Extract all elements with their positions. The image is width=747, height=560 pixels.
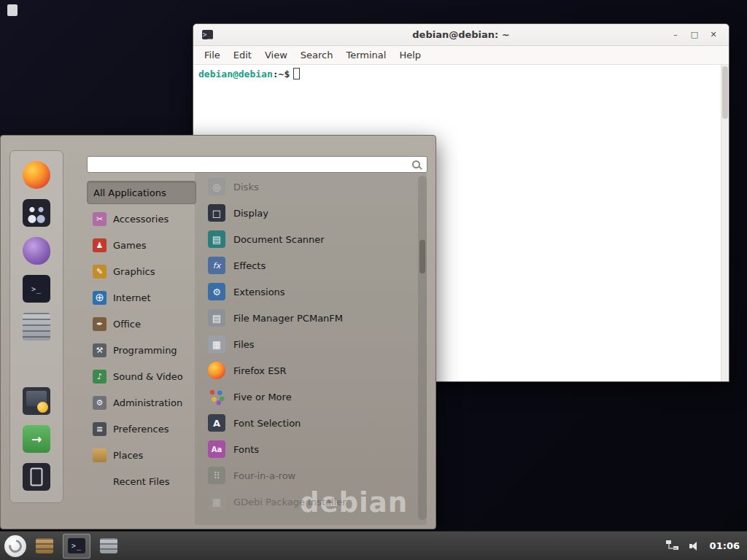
document-scanner-icon xyxy=(208,230,225,248)
menu-edit[interactable]: Edit xyxy=(227,46,258,65)
category-label: All Applications xyxy=(93,187,166,198)
close-button[interactable]: ✕ xyxy=(704,28,723,42)
terminal-taskbar-icon xyxy=(68,538,85,553)
taskbar-files-button[interactable] xyxy=(95,534,123,559)
applications-scrollbar[interactable] xyxy=(418,176,427,520)
graphics-icon xyxy=(93,265,107,279)
logout-icon[interactable] xyxy=(23,425,50,453)
app-item-display[interactable]: Display xyxy=(198,200,417,226)
app-item-extensions[interactable]: Extensions xyxy=(198,279,417,305)
terminal-scrollbar-thumb[interactable] xyxy=(722,66,728,119)
app-label: Firefox ESR xyxy=(233,365,287,376)
office-icon xyxy=(93,317,107,331)
display-icon xyxy=(208,204,225,222)
file-manager-icon[interactable] xyxy=(23,313,50,341)
shell-prompt: debian@debian:~$ xyxy=(198,68,724,79)
menu-help[interactable]: Help xyxy=(392,46,427,65)
administration-icon xyxy=(93,396,107,410)
app-label: Fonts xyxy=(233,444,259,455)
menu-search[interactable]: Search xyxy=(294,46,340,65)
app-label: Extensions xyxy=(233,287,285,298)
extensions-icon xyxy=(208,283,225,300)
firefox-esr-icon xyxy=(208,362,225,379)
app-item-file-manager-pcmanfm[interactable]: File Manager PCManFM xyxy=(198,305,417,331)
file-manager-taskbar-icon xyxy=(36,538,53,553)
category-preferences[interactable]: Preferences xyxy=(87,416,196,442)
menu-terminal[interactable]: Terminal xyxy=(339,46,392,65)
network-icon[interactable] xyxy=(666,540,679,551)
app-item-four-in-a-row[interactable]: Four-in-a-row xyxy=(198,462,417,489)
category-all-applications[interactable]: All Applications xyxy=(87,181,196,204)
shutdown-icon[interactable] xyxy=(23,463,50,491)
accessories-icon xyxy=(93,212,107,226)
category-recent-files[interactable]: Recent Files xyxy=(87,468,196,494)
terminal-icon[interactable] xyxy=(23,275,50,303)
taskbar: 01:06 xyxy=(0,531,747,560)
pidgin-icon[interactable] xyxy=(23,237,50,265)
category-sound-video[interactable]: Sound & Video xyxy=(87,363,196,389)
category-accessories[interactable]: Accessories xyxy=(87,206,196,232)
category-games[interactable]: Games xyxy=(87,232,196,258)
desktop-icon[interactable] xyxy=(7,4,18,16)
maximize-button[interactable]: □ xyxy=(685,28,704,42)
applications-menu-button[interactable] xyxy=(4,535,26,557)
taskbar-terminal-button[interactable] xyxy=(63,534,90,559)
user-accounts-icon[interactable] xyxy=(23,199,50,227)
app-label: GDebi Package Installer xyxy=(233,497,347,508)
category-graphics[interactable]: Graphics xyxy=(87,258,196,284)
app-item-firefox-esr[interactable]: Firefox ESR xyxy=(198,357,417,384)
app-item-disks[interactable]: Disks xyxy=(198,174,417,200)
terminal-menubar: File Edit View Search Terminal Help xyxy=(193,46,729,65)
category-programming[interactable]: Programming xyxy=(87,337,196,363)
category-places[interactable]: Places xyxy=(87,442,196,468)
prompt-user-host: debian@debian xyxy=(198,69,273,79)
app-item-gdebi[interactable]: GDebi Package Installer xyxy=(198,489,417,515)
four-in-a-row-icon xyxy=(208,467,225,484)
sound-video-icon xyxy=(93,370,107,384)
menu-view[interactable]: View xyxy=(258,46,294,65)
category-label: Graphics xyxy=(113,266,155,277)
internet-icon xyxy=(93,291,107,305)
favorites-sidebar xyxy=(9,150,63,503)
font-selection-icon xyxy=(208,414,225,432)
prompt-path: :~$ xyxy=(273,69,290,79)
category-label: Games xyxy=(113,240,146,251)
system-tray: 01:06 xyxy=(666,540,740,552)
app-item-font-selection[interactable]: Font Selection xyxy=(198,410,417,436)
pcmanfm-icon xyxy=(208,309,225,327)
files-taskbar-icon xyxy=(100,538,117,553)
category-internet[interactable]: Internet xyxy=(87,284,196,311)
minimize-button[interactable]: – xyxy=(666,28,685,42)
category-label: Programming xyxy=(113,345,177,356)
app-item-effects[interactable]: Effects xyxy=(198,252,417,279)
preferences-icon xyxy=(93,422,107,436)
gdebi-icon xyxy=(208,493,225,510)
places-folder-icon xyxy=(93,448,107,462)
terminal-titlebar[interactable]: debian@debian: ~ – □ ✕ xyxy=(193,24,729,46)
search-icon xyxy=(412,160,420,168)
lock-screen-icon[interactable] xyxy=(23,387,50,415)
category-office[interactable]: Office xyxy=(87,311,196,337)
applications-scrollbar-thumb[interactable] xyxy=(419,240,425,273)
menu-file[interactable]: File xyxy=(198,46,227,65)
app-label: Font Selection xyxy=(233,418,301,429)
category-label: Sound & Video xyxy=(113,371,183,382)
category-administration[interactable]: Administration xyxy=(87,389,196,416)
app-search-input[interactable] xyxy=(88,157,412,172)
fonts-icon xyxy=(208,440,225,458)
volume-icon[interactable] xyxy=(689,540,700,552)
terminal-scrollbar[interactable] xyxy=(721,65,729,381)
terminal-cursor xyxy=(293,68,300,79)
app-label: Document Scanner xyxy=(233,234,325,245)
app-label: Four-in-a-row xyxy=(233,470,295,481)
window-title: debian@debian: ~ xyxy=(193,29,729,40)
app-item-fonts[interactable]: Fonts xyxy=(198,436,417,462)
app-item-files[interactable]: Files xyxy=(198,331,417,357)
clock[interactable]: 01:06 xyxy=(710,540,740,551)
taskbar-file-manager-button[interactable] xyxy=(31,534,58,559)
app-label: Display xyxy=(233,208,268,219)
app-label: Five or More xyxy=(233,392,292,402)
firefox-icon[interactable] xyxy=(23,161,50,189)
app-item-five-or-more[interactable]: Five or More xyxy=(198,384,417,410)
app-item-document-scanner[interactable]: Document Scanner xyxy=(198,226,417,252)
